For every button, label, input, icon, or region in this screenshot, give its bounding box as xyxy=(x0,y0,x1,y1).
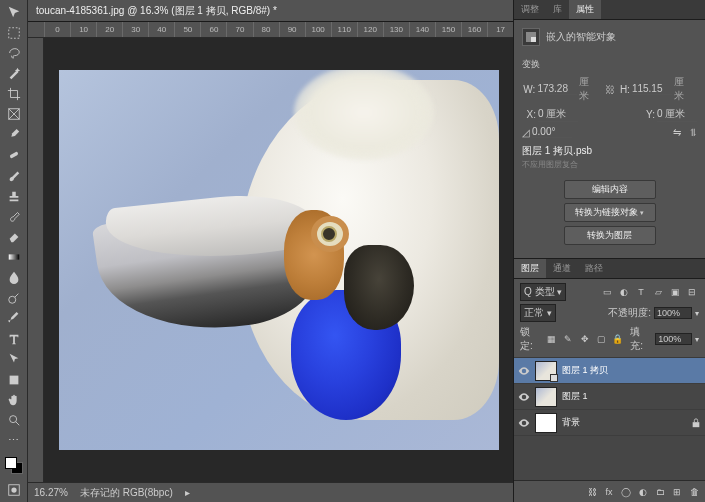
crop-tool[interactable] xyxy=(2,85,26,103)
canvas[interactable] xyxy=(44,38,513,482)
visibility-icon[interactable] xyxy=(518,417,530,429)
tab-paths[interactable]: 路径 xyxy=(578,259,610,278)
lock-all-icon[interactable]: 🔒 xyxy=(611,332,624,346)
convert-linked-button[interactable]: 转换为链接对象 xyxy=(564,203,656,222)
document-tab[interactable]: toucan-4185361.jpg @ 16.3% (图层 1 拷贝, RGB… xyxy=(28,0,513,22)
edit-toolbar[interactable]: ⋯ xyxy=(2,432,26,450)
delete-layer-icon[interactable]: 🗑 xyxy=(687,485,701,499)
ruler-tick: 160 xyxy=(461,22,487,37)
flip-h-icon[interactable]: ⇋ xyxy=(673,127,681,138)
link-layers-icon[interactable]: ⛓ xyxy=(585,485,599,499)
tab-layers[interactable]: 图层 xyxy=(514,259,546,278)
lock-artboard-icon[interactable]: ▢ xyxy=(594,332,607,346)
filter-shape-icon[interactable]: ▱ xyxy=(651,285,665,299)
history-brush-tool[interactable] xyxy=(2,207,26,225)
transform-section-label: 变换 xyxy=(522,58,697,71)
layer-mask-icon[interactable]: ◯ xyxy=(619,485,633,499)
flip-v-icon[interactable]: ⥮ xyxy=(689,127,697,138)
color-swatches[interactable] xyxy=(5,457,23,474)
brush-tool[interactable] xyxy=(2,166,26,184)
tab-adjustments[interactable]: 调整 xyxy=(514,0,546,19)
blend-mode-select[interactable]: 正常 ▾ xyxy=(520,304,556,322)
new-layer-icon[interactable]: ⊞ xyxy=(670,485,684,499)
width-unit: 厘米 xyxy=(579,75,598,103)
bird-eye xyxy=(321,226,337,242)
filter-type-icon[interactable]: T xyxy=(634,285,648,299)
layers-panel: 图层 通道 路径 Q 类型 ▾ ▭ ◐ T ▱ ▣ ⊟ 正常 ▾ xyxy=(514,258,705,502)
height-unit: 厘米 xyxy=(674,75,693,103)
svg-rect-3 xyxy=(8,254,19,259)
marquee-tool[interactable] xyxy=(2,23,26,41)
doc-info[interactable]: 未存记的 RGB(8bpc) xyxy=(80,486,173,500)
convert-layers-button[interactable]: 转换为图层 xyxy=(564,226,656,245)
layer-row[interactable]: 背景 xyxy=(514,410,705,436)
ruler-tick: 40 xyxy=(148,22,174,37)
type-tool[interactable] xyxy=(2,330,26,348)
link-wh-icon[interactable]: ⛓ xyxy=(605,84,615,95)
wand-tool[interactable] xyxy=(2,64,26,82)
gradient-tool[interactable] xyxy=(2,248,26,266)
path-select-tool[interactable] xyxy=(2,350,26,368)
ruler-tick: 90 xyxy=(279,22,305,37)
dodge-tool[interactable] xyxy=(2,289,26,307)
svg-point-8 xyxy=(11,487,16,492)
x-input[interactable]: 0 厘米 xyxy=(538,107,578,122)
filter-adjust-icon[interactable]: ◐ xyxy=(617,285,631,299)
filter-image-icon[interactable]: ▭ xyxy=(600,285,614,299)
visibility-icon[interactable] xyxy=(518,365,530,377)
eyedropper-tool[interactable] xyxy=(2,125,26,143)
smartobject-icon xyxy=(522,28,540,46)
layer-name[interactable]: 图层 1 拷贝 xyxy=(562,364,608,377)
tab-libraries[interactable]: 库 xyxy=(546,0,569,19)
height-input[interactable]: 115.15 xyxy=(632,83,672,95)
width-input[interactable]: 173.28 xyxy=(537,83,577,95)
canvas-area: toucan-4185361.jpg @ 16.3% (图层 1 拷贝, RGB… xyxy=(28,0,513,502)
ruler-tick: 30 xyxy=(122,22,148,37)
heal-tool[interactable] xyxy=(2,146,26,164)
angle-input[interactable]: 0.00° xyxy=(532,126,572,138)
fill-input[interactable]: 100% xyxy=(655,333,692,345)
y-input[interactable]: 0 厘米 xyxy=(657,107,697,122)
edit-contents-button[interactable]: 编辑内容 xyxy=(564,180,656,199)
ruler-vertical xyxy=(28,38,44,482)
layer-name[interactable]: 背景 xyxy=(562,416,580,429)
layer-row[interactable]: 图层 1 xyxy=(514,384,705,410)
filter-toggle-icon[interactable]: ⊟ xyxy=(685,285,699,299)
status-bar: 16.27% 未存记的 RGB(8bpc) ▸ xyxy=(28,482,513,502)
properties-title: 嵌入的智能对象 xyxy=(546,30,616,44)
frame-tool[interactable] xyxy=(2,105,26,123)
foreground-swatch[interactable] xyxy=(5,457,17,469)
filter-smart-icon[interactable]: ▣ xyxy=(668,285,682,299)
zoom-tool[interactable] xyxy=(2,411,26,429)
lock-position-icon[interactable]: ✥ xyxy=(578,332,591,346)
lock-icon xyxy=(691,418,701,428)
quickmask-toggle[interactable] xyxy=(2,481,26,499)
lock-paint-icon[interactable]: ✎ xyxy=(561,332,574,346)
layer-filter-select[interactable]: Q 类型 ▾ xyxy=(520,283,566,301)
lasso-tool[interactable] xyxy=(2,44,26,62)
layer-thumbnail[interactable] xyxy=(535,413,557,433)
layer-fx-icon[interactable]: fx xyxy=(602,485,616,499)
chevron-right-icon[interactable]: ▸ xyxy=(185,487,190,498)
eraser-tool[interactable] xyxy=(2,227,26,245)
zoom-level[interactable]: 16.27% xyxy=(34,487,68,498)
layer-row[interactable]: 图层 1 拷贝 xyxy=(514,358,705,384)
layer-thumbnail[interactable] xyxy=(535,361,557,381)
blur-tool[interactable] xyxy=(2,268,26,286)
ruler-tick: 110 xyxy=(331,22,357,37)
tab-channels[interactable]: 通道 xyxy=(546,259,578,278)
adjustment-layer-icon[interactable]: ◐ xyxy=(636,485,650,499)
shape-tool[interactable] xyxy=(2,370,26,388)
opacity-label: 不透明度: xyxy=(608,306,651,320)
layer-thumbnail[interactable] xyxy=(535,387,557,407)
layer-name[interactable]: 图层 1 xyxy=(562,390,588,403)
move-tool[interactable] xyxy=(2,3,26,21)
visibility-icon[interactable] xyxy=(518,391,530,403)
opacity-input[interactable]: 100% xyxy=(654,307,692,319)
pen-tool[interactable] xyxy=(2,309,26,327)
layer-group-icon[interactable]: 🗀 xyxy=(653,485,667,499)
hand-tool[interactable] xyxy=(2,391,26,409)
lock-transparent-icon[interactable]: ▦ xyxy=(545,332,558,346)
stamp-tool[interactable] xyxy=(2,187,26,205)
tab-properties[interactable]: 属性 xyxy=(569,0,601,19)
